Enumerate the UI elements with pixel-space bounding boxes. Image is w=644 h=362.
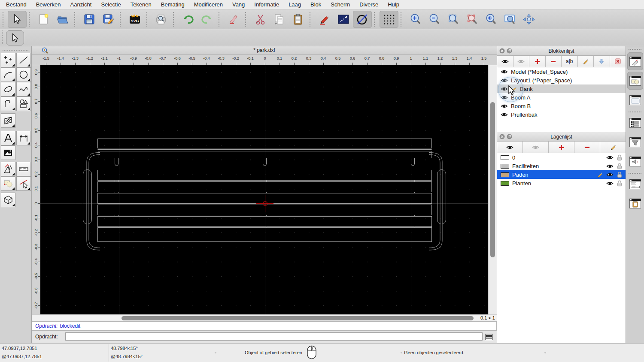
menu-informatie[interactable]: Informatie [254,1,279,8]
dock-filter-widget-button[interactable] [627,133,643,151]
block-row-prullenbak[interactable]: Prullenbak [497,110,626,119]
dock-pen-widget-button[interactable] [627,52,643,70]
dock-notify-widget-button[interactable] [627,152,643,170]
order-tool[interactable] [1,176,15,191]
draw-points-tool[interactable] [1,53,15,67]
insert-image-tool[interactable] [1,145,15,160]
menu-scherm[interactable]: Scherm [331,1,350,8]
menu-vang[interactable]: Vang [232,1,245,8]
draw-ellipse-tool[interactable] [1,82,15,97]
layer-panel-titlebar[interactable]: Lagenlijst [497,132,626,142]
zoom-in-button[interactable] [406,11,425,28]
draw-line-tool[interactable] [16,53,31,67]
block-row-model[interactable]: Model (*Model_Space) [497,67,626,76]
layer-visibility-icon[interactable] [606,155,614,160]
command-input[interactable] [65,332,483,341]
visibility-eye-icon[interactable] [501,95,508,100]
layer-visibility-icon[interactable] [606,181,614,186]
redo-button[interactable] [197,11,216,28]
svg-export-button[interactable]: SVG [125,11,144,28]
visibility-eye-icon[interactable] [501,103,508,109]
palette-handle[interactable] [3,50,28,52]
add-layer-button[interactable] [549,142,574,153]
save-button[interactable] [80,11,99,28]
rename-block-button[interactable]: a|b [562,56,578,67]
select-arrow-button[interactable] [8,11,27,28]
cut-button[interactable] [251,11,270,28]
dock-blocklist-widget-button[interactable] [627,114,643,132]
draw-polyline-tool[interactable] [1,97,15,111]
undo-button[interactable] [179,11,197,28]
current-action-select-button[interactable] [6,30,24,45]
visibility-eye-icon[interactable] [501,78,508,83]
lock-icon[interactable] [617,154,622,161]
zoom-out-button[interactable] [425,11,444,28]
modify-tools[interactable] [1,162,15,176]
pen-button[interactable] [315,11,334,28]
zoom-pan-button[interactable] [519,11,538,28]
add-block-button[interactable] [529,56,546,67]
block-row-layout1[interactable]: Layout1 (*Paper_Space) [497,76,626,84]
menu-modificeren[interactable]: Modificeren [194,1,223,8]
dock-clipboard-widget-button[interactable] [627,194,643,212]
float-icon[interactable] [507,48,512,55]
visibility-eye-icon[interactable] [501,69,508,75]
paste-button[interactable] [289,11,307,28]
vertical-scrollbar-thumb[interactable] [490,102,495,257]
hide-all-blocks-button[interactable] [513,56,530,67]
lock-icon[interactable] [617,163,622,169]
horizontal-scrollbar-thumb[interactable] [122,316,474,320]
line-attributes-button[interactable] [334,11,353,28]
block-row-bank[interactable]: Bank [497,84,626,93]
dock-shapes-widget-button[interactable] [627,72,643,90]
solid-3d-tool[interactable] [1,193,15,207]
horizontal-scrollbar[interactable]: 0.1 < 1 [32,314,497,321]
dimension-tool[interactable] [16,131,31,145]
zoom-window-button[interactable] [501,11,519,28]
show-all-layers-button[interactable] [497,142,523,153]
select-entity-tool[interactable] [16,176,31,191]
draw-circle-tool[interactable] [16,67,31,82]
drawing-canvas[interactable] [40,65,488,314]
vertical-scrollbar[interactable] [488,65,497,314]
block-row-boom-a[interactable]: Boom A [497,93,626,102]
menu-hulp[interactable]: Hulp [388,1,399,8]
dock-library-widget-button[interactable] [627,91,643,109]
copy-button[interactable] [270,11,289,28]
hide-all-layers-button[interactable] [523,142,549,153]
menu-laag[interactable]: Laag [289,1,301,8]
layer-row-faciliteiten[interactable]: Faciliteiten [497,162,626,170]
menu-blok[interactable]: Blok [310,1,321,8]
draw-polygon-tool[interactable] [16,97,31,111]
menu-tekenen[interactable]: Tekenen [131,1,152,8]
menu-bestand[interactable]: Bestand [6,1,27,8]
visibility-eye-icon[interactable] [501,112,508,118]
block-panel-titlebar[interactable]: Blokkenlijst [497,46,626,56]
measure-tool[interactable] [16,162,31,176]
layer-visibility-icon[interactable] [606,172,614,178]
draw-arc-tool[interactable] [1,67,15,82]
insert-block-button[interactable] [594,56,610,67]
menu-diverse[interactable]: Diverse [359,1,378,8]
open-file-button[interactable] [53,11,72,28]
menu-selectie[interactable]: Selectie [101,1,121,8]
dock-handle[interactable] [629,49,641,50]
remove-block-button[interactable] [546,56,562,67]
draw-spline-tool[interactable] [16,82,31,97]
keyboard-toggle-button[interactable] [485,333,493,340]
grid-toggle-button[interactable] [380,11,398,28]
drawing-window-titlebar[interactable]: * park.dxf [32,46,497,55]
show-all-blocks-button[interactable] [497,56,513,67]
layer-row-planten[interactable]: Planten [497,179,626,187]
float-icon[interactable] [507,134,512,141]
layer-visibility-icon[interactable] [606,163,614,169]
block-row-boom-b[interactable]: Boom B [497,102,626,110]
edit-pencil-icon[interactable] [597,172,603,178]
zoom-selection-button[interactable] [463,11,482,28]
save-as-button[interactable] [99,11,118,28]
close-icon[interactable] [499,134,505,141]
edit-block-button[interactable] [578,56,594,67]
remove-layer-button[interactable] [574,142,600,153]
draw-text-tool[interactable] [1,131,15,145]
layer-row-0[interactable]: 0 [497,153,626,162]
